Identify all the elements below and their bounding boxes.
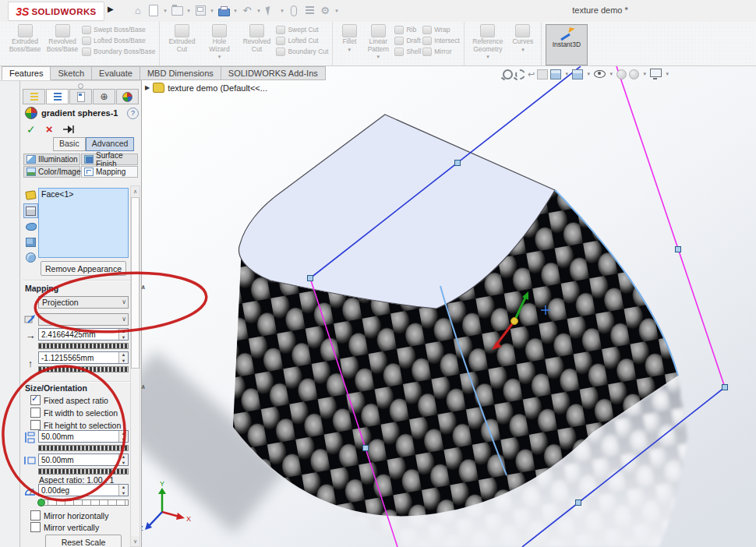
ok-button[interactable]: ✓ xyxy=(26,123,36,136)
mapping-type-select[interactable]: Projection ∨ xyxy=(38,296,129,309)
filter-surface-button[interactable] xyxy=(23,219,38,234)
spinner-arrows[interactable]: ▲▼ xyxy=(118,485,128,496)
manipulator-handle[interactable] xyxy=(308,276,313,281)
width-field[interactable]: 50.00mm ▲▼ xyxy=(38,453,129,466)
extruded-cut-button[interactable]: Extruded Cut xyxy=(164,24,200,53)
checkbox[interactable] xyxy=(30,395,41,405)
checkbox[interactable] xyxy=(30,420,41,430)
save-icon[interactable] xyxy=(193,4,207,17)
tab-features[interactable]: Features xyxy=(2,66,51,80)
mirror-button[interactable]: Mirror xyxy=(422,48,460,56)
tab-display-manager[interactable] xyxy=(116,89,139,104)
options-caret-icon[interactable]: ▾ xyxy=(334,8,340,14)
apply-scene-icon[interactable] xyxy=(629,68,639,80)
rib-button[interactable]: Rib xyxy=(394,26,421,34)
hole-wizard-caret-icon[interactable]: ▾ xyxy=(218,54,221,60)
draft-button[interactable]: Draft xyxy=(394,37,421,45)
swept-cut-button[interactable]: Swept Cut xyxy=(276,26,328,34)
tab-surface-finish[interactable]: Surface Finish xyxy=(81,154,138,165)
view-settings-caret-icon[interactable]: ▾ xyxy=(664,71,670,77)
edit-appearance-icon[interactable] xyxy=(616,68,627,80)
zoom-fit-icon[interactable] xyxy=(503,68,513,80)
selection-list[interactable]: Face<1> xyxy=(38,188,129,258)
reset-scale-button[interactable]: Reset Scale xyxy=(45,535,122,547)
properties-icon[interactable] xyxy=(302,4,316,17)
view-orientation-caret-icon[interactable]: ▾ xyxy=(563,71,570,77)
linear-pattern-caret-icon[interactable]: ▾ xyxy=(377,54,380,60)
height-slider[interactable] xyxy=(38,445,129,451)
tab-solidworks-add-ins[interactable]: SOLIDWORKS Add-Ins xyxy=(221,66,326,80)
checkbox[interactable] xyxy=(30,522,41,532)
new-document-icon[interactable] xyxy=(147,4,161,17)
advanced-button[interactable]: Advanced xyxy=(86,137,135,151)
scrollbar-thumb[interactable] xyxy=(131,197,140,369)
menu-flyout-icon[interactable]: ▶ xyxy=(108,5,114,13)
manipulator-handle[interactable] xyxy=(455,161,461,166)
filter-feature-button[interactable] xyxy=(23,250,38,265)
select-cursor-icon[interactable] xyxy=(263,4,277,17)
shell-button[interactable]: Shell xyxy=(394,48,421,56)
horizontal-offset-field[interactable]: 2.41664425mm ▲▼ xyxy=(38,328,129,341)
undo-caret-icon[interactable]: ▾ xyxy=(256,8,262,14)
manipulator-handle[interactable] xyxy=(722,385,728,390)
projection-axis-select[interactable]: ∨ xyxy=(38,313,129,326)
filter-part-button[interactable] xyxy=(23,188,38,203)
scroll-up-icon[interactable]: ∧ xyxy=(131,186,140,196)
manipulator-handle[interactable] xyxy=(576,500,581,506)
reference-geometry-button[interactable]: Reference Geometry ▾ xyxy=(468,24,507,60)
tab-dimxpert-manager[interactable]: ⊕ xyxy=(93,89,115,104)
solidworks-logo[interactable]: 3S SOLIDWORKS xyxy=(8,2,104,21)
open-icon[interactable] xyxy=(170,4,184,17)
rotation-slider[interactable] xyxy=(38,499,129,506)
section-view-icon[interactable] xyxy=(537,68,548,80)
tab-configuration-manager[interactable] xyxy=(69,89,92,104)
fit-height-checkbox[interactable]: Fit height to selection xyxy=(30,420,121,430)
open-caret-icon[interactable]: ▾ xyxy=(185,8,192,14)
tab-evaluate[interactable]: Evaluate xyxy=(92,66,140,80)
vertical-offset-slider[interactable] xyxy=(38,366,129,372)
fillet-caret-icon[interactable]: ▾ xyxy=(348,47,352,53)
swept-boss-button[interactable]: Swept Boss/Base xyxy=(82,26,155,34)
collapse-icon[interactable]: ∧ xyxy=(141,284,147,293)
lofted-cut-button[interactable]: Lofted Cut xyxy=(276,37,328,45)
height-field[interactable]: 50.00mm ▲▼ xyxy=(38,430,129,443)
curves-button[interactable]: Curves ▾ xyxy=(509,24,537,53)
linear-pattern-button[interactable]: Linear Pattern ▾ xyxy=(363,24,393,60)
spinner-arrows[interactable]: ▲▼ xyxy=(118,352,128,363)
flyout-feature-tree[interactable]: ▶ texture demo (Default<<... xyxy=(145,83,267,93)
mirror-horizontally-checkbox[interactable]: Mirror horizontally xyxy=(30,510,108,521)
display-style-caret-icon[interactable]: ▾ xyxy=(585,71,592,77)
panel-splitter-handle[interactable] xyxy=(20,81,141,88)
tab-mbd-dimensions[interactable]: MBD Dimensions xyxy=(140,66,221,80)
checkbox[interactable] xyxy=(30,510,41,521)
tab-illumination[interactable]: Illumination xyxy=(23,154,80,165)
previous-view-icon[interactable]: ↩ xyxy=(528,68,535,80)
revolved-boss-button[interactable]: Revolved Boss/Base xyxy=(44,24,80,53)
new-caret-icon[interactable]: ▾ xyxy=(162,8,168,14)
pin-icon[interactable] xyxy=(63,125,75,134)
boundary-boss-button[interactable]: Boundary Boss/Base xyxy=(82,48,155,56)
horizontal-offset-slider[interactable] xyxy=(38,343,129,349)
tab-color-image[interactable]: Color/Image xyxy=(23,166,80,178)
panel-scrollbar[interactable]: ∧ ∨ xyxy=(130,185,140,547)
manipulator-handle[interactable] xyxy=(363,446,369,451)
zoom-area-icon[interactable] xyxy=(515,68,525,80)
spinner-arrows[interactable]: ▲▼ xyxy=(118,431,128,442)
print-icon[interactable] xyxy=(217,4,231,17)
checkbox[interactable] xyxy=(30,408,41,418)
instant3d-button[interactable]: Instant3D xyxy=(546,24,588,65)
wrap-button[interactable]: Wrap xyxy=(422,26,460,34)
tab-sketch[interactable]: Sketch xyxy=(51,66,92,80)
cancel-button[interactable]: × xyxy=(46,122,53,136)
basic-button[interactable]: Basic xyxy=(53,137,86,151)
filter-body-button[interactable] xyxy=(23,235,38,249)
manipulator-handle[interactable] xyxy=(676,247,681,252)
save-caret-icon[interactable]: ▾ xyxy=(209,8,215,14)
rotation-field[interactable]: 0.00deg ▲▼ xyxy=(38,484,129,496)
print-caret-icon[interactable]: ▾ xyxy=(232,8,238,14)
selection-item[interactable]: Face<1> xyxy=(41,189,125,199)
view-settings-icon[interactable] xyxy=(650,68,662,80)
extruded-boss-button[interactable]: Extruded Boss/Base xyxy=(7,24,43,53)
fillet-button[interactable]: Fillet ▾ xyxy=(337,24,362,53)
undo-icon[interactable]: ↶ xyxy=(240,4,254,17)
